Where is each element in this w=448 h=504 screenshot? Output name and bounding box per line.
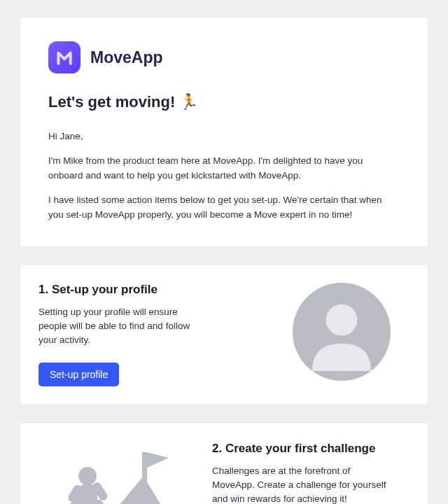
avatar-placeholder-icon <box>293 283 391 381</box>
intro-greeting: Hi Jane, <box>48 130 400 144</box>
step1-visual <box>282 283 408 381</box>
intro-paragraph-1: I'm Mike from the product team here at M… <box>48 154 400 183</box>
setup-profile-button[interactable]: Set-up profile <box>38 363 119 386</box>
step2-text: 2. Create your first challenge Challenge… <box>212 442 408 504</box>
step-card-1: 1. Set-up your profile Setting up your p… <box>20 264 428 406</box>
brand-name: MoveApp <box>90 48 163 67</box>
intro-paragraph-2: I have listed some action items below to… <box>48 193 400 223</box>
brand-row: MoveApp <box>48 41 400 74</box>
step2-title: 2. Create your first challenge <box>212 442 408 456</box>
svg-point-3 <box>78 467 97 485</box>
step1-desc: Setting up your profile will ensure peop… <box>38 305 206 348</box>
step1-title: 1. Set-up your profile <box>38 283 262 297</box>
intro-body: Hi Jane, I'm Mike from the product team … <box>48 130 400 223</box>
email-body: MoveApp Let's get moving! 🏃 Hi Jane, I'm… <box>0 0 448 504</box>
step-card-2: 2. Create your first challenge Challenge… <box>20 422 428 504</box>
m-letter-icon <box>55 48 74 66</box>
svg-rect-2 <box>142 452 147 494</box>
brand-logo-icon <box>48 41 80 74</box>
step2-visual <box>38 441 192 504</box>
step1-text: 1. Set-up your profile Setting up your p… <box>38 283 262 387</box>
climber-flag-icon <box>38 441 186 504</box>
headline: Let's get moving! 🏃 <box>48 93 400 111</box>
svg-point-1 <box>326 304 358 335</box>
intro-card: MoveApp Let's get moving! 🏃 Hi Jane, I'm… <box>20 17 428 247</box>
step2-desc: Challenges are at the forefront of MoveA… <box>212 464 394 504</box>
